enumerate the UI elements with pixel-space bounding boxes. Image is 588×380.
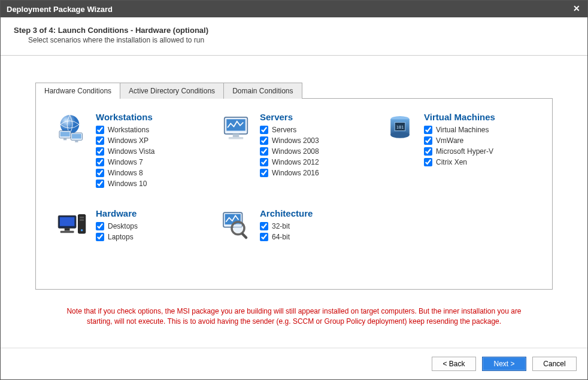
checkbox-label: Workstations [108, 126, 149, 134]
category-architecture: Architecture32-bit64-bit [218, 208, 370, 244]
checkbox-servers-2[interactable] [260, 147, 268, 156]
checkbox-workstations-1[interactable] [96, 136, 104, 145]
svg-point-23 [81, 229, 83, 232]
checkbox-workstations-3[interactable] [96, 158, 104, 166]
wizard-footer: < Back Next > Cancel [1, 348, 587, 379]
checkbox-label: Citrix Xen [436, 158, 467, 166]
checkbox-row[interactable]: 32-bit [260, 222, 370, 230]
checkbox-row[interactable]: Windows 10 [96, 180, 206, 188]
checkbox-workstations-4[interactable] [96, 169, 104, 177]
checkbox-architecture-0[interactable] [260, 222, 268, 230]
category-title: Hardware [96, 208, 206, 218]
wizard-content: Hardware Conditions Active Directory Con… [1, 56, 587, 348]
checkbox-workstations-0[interactable] [96, 126, 104, 134]
category-body: Virtual MachinesVirtual MachinesVmWareMi… [424, 112, 534, 190]
svg-point-27 [234, 223, 243, 233]
checkbox-virtual-machines-1[interactable] [424, 136, 432, 145]
checkbox-label: Windows 8 [108, 169, 143, 177]
vm-chip-icon: 101 [382, 112, 418, 148]
cancel-button[interactable]: Cancel [532, 357, 577, 371]
step-subtitle: Select scenarios where the installation … [28, 36, 574, 44]
titlebar: Deployment Package Wizard ✕ [1, 1, 587, 17]
checkbox-row[interactable]: Windows XP [96, 136, 206, 145]
checkbox-label: Windows 7 [108, 158, 143, 166]
globe-monitors-icon [54, 112, 90, 148]
svg-rect-18 [65, 228, 70, 230]
checkbox-row[interactable]: Citrix Xen [424, 158, 534, 166]
magnifier-chart-icon [218, 208, 254, 244]
checkbox-servers-3[interactable] [260, 158, 268, 166]
category-hardware: HardwareDesktopsLaptops [54, 208, 206, 244]
svg-rect-19 [60, 231, 74, 233]
checkbox-workstations-5[interactable] [96, 180, 104, 188]
checkbox-servers-0[interactable] [260, 126, 268, 134]
checkbox-workstations-2[interactable] [96, 147, 104, 156]
checkbox-row[interactable]: 64-bit [260, 233, 370, 241]
checkbox-row[interactable]: Virtual Machines [424, 126, 534, 134]
checkbox-label: Microsoft Hyper-V [436, 147, 493, 156]
svg-rect-17 [60, 217, 75, 226]
svg-text:101: 101 [396, 125, 404, 130]
svg-rect-9 [233, 134, 240, 137]
checkbox-hardware-1[interactable] [96, 233, 104, 241]
checkbox-hardware-0[interactable] [96, 222, 104, 230]
checkbox-row[interactable]: Windows 7 [96, 158, 206, 166]
checkbox-row[interactable]: Windows 2008 [260, 147, 370, 156]
back-button[interactable]: < Back [432, 357, 476, 371]
svg-rect-10 [229, 137, 244, 139]
category-body: HardwareDesktopsLaptops [96, 208, 206, 244]
checkbox-architecture-1[interactable] [260, 233, 268, 241]
next-button[interactable]: Next > [482, 357, 526, 371]
checkbox-label: Windows 2012 [272, 158, 319, 166]
checkbox-label: 64-bit [272, 233, 290, 241]
wizard-header: Step 3 of 4: Launch Conditions - Hardwar… [1, 17, 587, 56]
category-workstations: WorkstationsWorkstationsWindows XPWindow… [54, 112, 206, 190]
category-title: Virtual Machines [424, 112, 534, 122]
checkbox-row[interactable]: VmWare [424, 136, 534, 145]
checkbox-servers-1[interactable] [260, 136, 268, 145]
checkbox-virtual-machines-0[interactable] [424, 126, 432, 134]
checkbox-label: Windows 2016 [272, 169, 319, 177]
checkbox-label: 32-bit [272, 222, 290, 230]
close-icon[interactable]: ✕ [571, 3, 583, 15]
tab-domain-conditions[interactable]: Domain Conditions [223, 83, 302, 99]
checkbox-row[interactable]: Windows Vista [96, 147, 206, 156]
category-title: Architecture [260, 208, 370, 218]
checkbox-label: Windows 2008 [272, 147, 319, 156]
checkbox-row[interactable]: Windows 2012 [260, 158, 370, 166]
checkbox-virtual-machines-3[interactable] [424, 158, 432, 166]
svg-point-13 [390, 132, 410, 138]
svg-rect-6 [75, 140, 78, 142]
checkbox-virtual-machines-2[interactable] [424, 147, 432, 156]
checkbox-row[interactable]: Workstations [96, 126, 206, 134]
checkbox-label: Virtual Machines [436, 126, 489, 134]
checkbox-label: VmWare [436, 136, 463, 145]
checkbox-row[interactable]: Windows 8 [96, 169, 206, 177]
checkbox-label: Desktops [108, 222, 138, 230]
svg-rect-2 [60, 132, 70, 136]
checkbox-label: Servers [272, 126, 296, 134]
checkbox-row[interactable]: Windows 2016 [260, 169, 370, 177]
checkbox-row[interactable]: Servers [260, 126, 370, 134]
checkbox-servers-4[interactable] [260, 169, 268, 177]
checkbox-label: Windows 2003 [272, 136, 319, 145]
tabstrip: Hardware Conditions Active Directory Con… [35, 82, 553, 98]
category-body: WorkstationsWorkstationsWindows XPWindow… [96, 112, 206, 190]
checkbox-label: Laptops [108, 233, 134, 241]
checkbox-label: Windows Vista [108, 147, 154, 156]
server-monitor-icon [218, 112, 254, 148]
category-servers: ServersServersWindows 2003Windows 2008Wi… [218, 112, 370, 190]
checkbox-row[interactable]: Windows 2003 [260, 136, 370, 145]
category-title: Servers [260, 112, 370, 122]
svg-rect-3 [63, 138, 66, 141]
tab-active-directory-conditions[interactable]: Active Directory Conditions [120, 83, 224, 99]
tab-hardware-conditions[interactable]: Hardware Conditions [35, 83, 120, 99]
category-virtual-machines: 101Virtual MachinesVirtual MachinesVmWar… [382, 112, 534, 190]
tabpanel-hardware: WorkstationsWorkstationsWindows XPWindow… [35, 98, 553, 290]
checkbox-row[interactable]: Desktops [96, 222, 206, 230]
checkbox-row[interactable]: Microsoft Hyper-V [424, 147, 534, 156]
svg-rect-28 [241, 232, 248, 239]
checkbox-row[interactable]: Laptops [96, 233, 206, 241]
desktop-tower-icon [54, 208, 90, 244]
category-body: Architecture32-bit64-bit [260, 208, 370, 244]
